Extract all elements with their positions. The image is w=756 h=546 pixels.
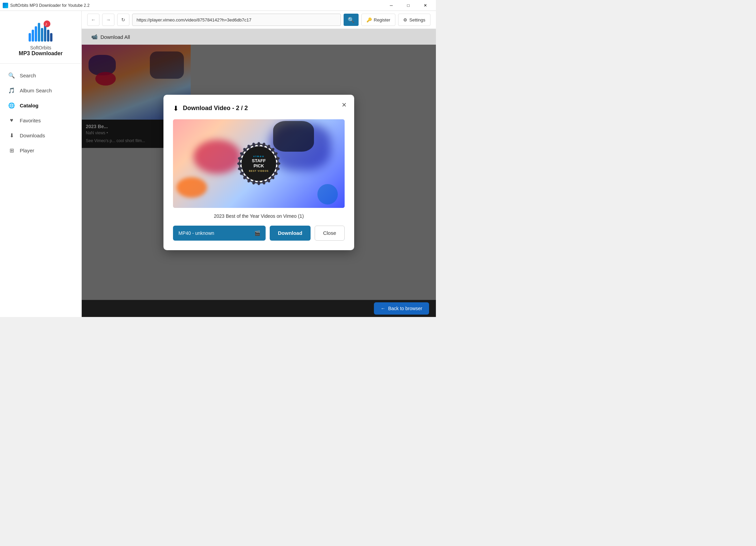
- download-label: Download: [278, 230, 302, 236]
- titlebar: SoftOrbits MP3 Downloader for Youtube 2.…: [0, 0, 436, 11]
- svg-rect-6: [47, 30, 49, 42]
- sidebar-item-downloads[interactable]: ⬇ Downloads: [0, 128, 81, 143]
- svg-point-17: [276, 162, 280, 165]
- svg-point-11: [257, 142, 260, 146]
- player-icon: ⊞: [8, 147, 15, 154]
- main-content: ← → ↻ 🔍 🔑 Register ⚙ Settings: [82, 11, 436, 317]
- svg-point-18: [275, 167, 280, 170]
- modal-video-title: 2023 Best of the Year Videos on Vimeo (1…: [173, 213, 345, 219]
- modal-close-button[interactable]: ✕: [339, 100, 349, 110]
- svg-rect-1: [32, 30, 34, 42]
- search-icon: 🔍: [8, 72, 15, 79]
- sidebar-item-label-player: Player: [20, 148, 34, 153]
- url-input[interactable]: [132, 14, 341, 26]
- modal-download-icon: ⬇: [173, 104, 179, 112]
- sidebar-item-favorites[interactable]: ♥ Favorites: [0, 113, 81, 128]
- register-button[interactable]: 🔑 Register: [361, 14, 395, 26]
- sidebar-item-label-catalog: Catalog: [20, 103, 38, 108]
- svg-point-13: [266, 144, 271, 149]
- download-all-button[interactable]: 📹 Download All: [89, 32, 133, 41]
- close-label: Close: [323, 230, 336, 236]
- svg-point-28: [238, 167, 242, 170]
- svg-text:♪: ♪: [45, 21, 47, 27]
- svg-point-21: [266, 178, 271, 183]
- download-all-label: Download All: [100, 34, 130, 40]
- back-to-browser-button[interactable]: ← Back to browser: [374, 302, 429, 315]
- video-format-icon: 🎬: [254, 230, 260, 236]
- svg-point-22: [262, 180, 266, 185]
- close-button[interactable]: ✕: [418, 0, 433, 11]
- svg-point-23: [257, 181, 260, 185]
- brand-name: SoftOrbits: [30, 45, 51, 50]
- search-button[interactable]: 🔍: [344, 14, 359, 26]
- format-select-button[interactable]: MP40 - unknown 🎬: [173, 226, 266, 241]
- key-icon: 🔑: [366, 17, 372, 22]
- heart-icon: ♥: [8, 117, 15, 124]
- register-label: Register: [374, 17, 390, 22]
- titlebar-controls: ─ □ ✕: [383, 0, 433, 11]
- modal-overlay: ✕ ⬇ Download Video - 2 / 2: [82, 45, 436, 300]
- svg-point-19: [273, 171, 278, 176]
- svg-point-31: [239, 152, 244, 156]
- close-icon: ✕: [342, 101, 347, 109]
- refresh-icon: ↻: [121, 17, 125, 22]
- svg-point-29: [237, 162, 241, 165]
- left-arrow-icon: ←: [381, 306, 385, 311]
- search-icon: 🔍: [348, 17, 355, 23]
- back-to-browser-label: Back to browser: [388, 306, 422, 311]
- sidebar: ♪ SoftOrbits MP3 Downloader 🔍 Search 🎵 A…: [0, 11, 82, 317]
- modal-actions: MP40 - unknown 🎬 Download Close: [173, 226, 345, 241]
- svg-point-16: [275, 156, 280, 160]
- toolbar: ← → ↻ 🔍 🔑 Register ⚙ Settings: [82, 11, 436, 29]
- settings-label: Settings: [409, 17, 425, 22]
- sidebar-nav: 🔍 Search 🎵 Album Search 🌐 Catalog ♥ Favo…: [0, 64, 81, 317]
- staff-pick-badge: vimeo STAFFPICK BEST VIDEOS: [240, 145, 278, 182]
- app-logo: ♪: [27, 18, 54, 45]
- download-icon: ⬇: [8, 132, 15, 139]
- svg-point-30: [238, 156, 242, 160]
- svg-point-27: [239, 171, 244, 176]
- modal-header: ⬇ Download Video - 2 / 2: [173, 104, 345, 112]
- app-icon: [3, 3, 8, 8]
- sidebar-item-label-search: Search: [20, 73, 36, 78]
- refresh-button[interactable]: ↻: [117, 14, 129, 26]
- svg-rect-3: [38, 23, 40, 42]
- titlebar-left: SoftOrbits MP3 Downloader for Youtube 2.…: [3, 3, 90, 8]
- svg-point-33: [247, 144, 251, 149]
- back-button[interactable]: ←: [87, 14, 99, 26]
- sidebar-item-search[interactable]: 🔍 Search: [0, 68, 81, 83]
- maximize-button[interactable]: □: [400, 0, 416, 11]
- browser-area: 2023 Be... NaN views • See Vimeo's p... …: [82, 45, 436, 300]
- forward-button[interactable]: →: [102, 14, 114, 26]
- gear-icon: ⚙: [403, 17, 407, 22]
- download-button[interactable]: Download: [270, 226, 311, 241]
- minimize-button[interactable]: ─: [383, 0, 399, 11]
- settings-button[interactable]: ⚙ Settings: [398, 14, 430, 26]
- svg-rect-4: [41, 28, 43, 42]
- back-arrow-icon: ←: [91, 17, 96, 22]
- sidebar-item-catalog[interactable]: 🌐 Catalog: [0, 98, 81, 113]
- svg-point-24: [252, 180, 256, 185]
- svg-point-15: [273, 152, 278, 156]
- download-all-bar: 📹 Download All: [82, 29, 436, 45]
- sidebar-logo: ♪ SoftOrbits MP3 Downloader: [0, 11, 81, 64]
- video-camera-icon: 📹: [91, 34, 98, 40]
- format-label: MP40 - unknown: [178, 230, 214, 236]
- close-button[interactable]: Close: [315, 226, 345, 241]
- sidebar-item-player[interactable]: ⊞ Player: [0, 143, 81, 158]
- svg-point-34: [252, 142, 256, 147]
- svg-point-25: [247, 178, 251, 183]
- product-name: MP3 Downloader: [19, 50, 63, 57]
- svg-point-12: [262, 142, 266, 147]
- modal-title: Download Video - 2 / 2: [183, 105, 248, 112]
- globe-icon: 🌐: [8, 102, 15, 109]
- modal-thumbnail: vimeo STAFFPICK BEST VIDEOS: [173, 119, 345, 208]
- svg-rect-7: [50, 33, 52, 42]
- sidebar-item-album-search[interactable]: 🎵 Album Search: [0, 83, 81, 98]
- app-container: ♪ SoftOrbits MP3 Downloader 🔍 Search 🎵 A…: [0, 11, 436, 317]
- sidebar-item-label-favorites: Favorites: [20, 118, 41, 123]
- sidebar-item-label-album: Album Search: [20, 88, 52, 93]
- bottom-bar: ← Back to browser: [82, 300, 436, 317]
- svg-rect-0: [29, 33, 31, 42]
- download-video-modal: ✕ ⬇ Download Video - 2 / 2: [163, 95, 354, 250]
